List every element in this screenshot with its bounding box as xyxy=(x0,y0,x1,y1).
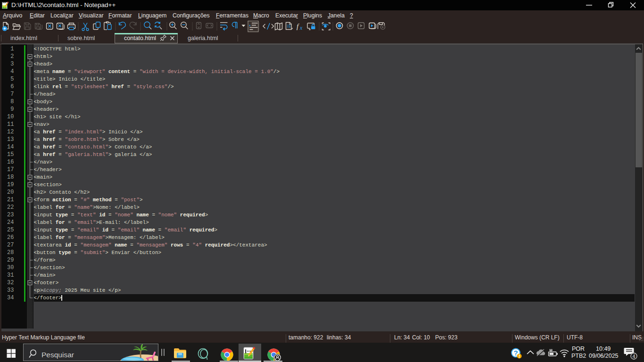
svg-text:f: f xyxy=(297,23,299,30)
svg-text:4: 4 xyxy=(633,354,636,359)
svg-text:x: x xyxy=(299,25,303,31)
